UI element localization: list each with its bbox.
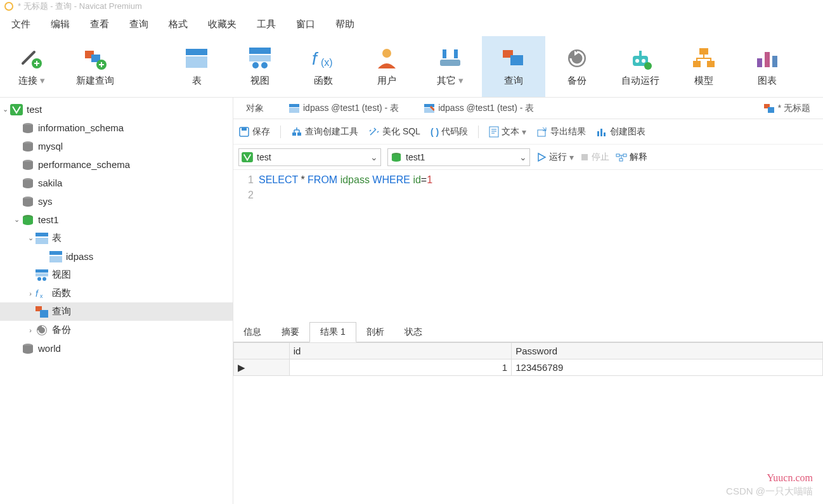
tool-view[interactable]: 视图 — [228, 36, 292, 97]
play-icon — [536, 152, 547, 162]
database-icon — [22, 159, 34, 171]
plug-icon — [19, 46, 44, 71]
export-button[interactable]: 导出结果 — [536, 126, 586, 138]
tree-functions-node[interactable]: ›fx函数 — [0, 284, 233, 302]
column-header[interactable]: id — [289, 343, 512, 359]
menu-help[interactable]: 帮助 — [327, 15, 363, 34]
beautify-icon — [368, 126, 380, 138]
chevron-down-icon: ▾ — [458, 75, 463, 86]
tool-user[interactable]: 用户 — [355, 36, 418, 97]
tab-table-1[interactable]: idpass @test1 (test) - 表 — [276, 98, 412, 119]
chart-icon — [756, 47, 779, 70]
svg-point-22 — [642, 59, 645, 63]
result-grid[interactable]: id Password ▶ 1 123456789 — [233, 342, 823, 376]
tab-status[interactable]: 状态 — [394, 323, 432, 342]
svg-rect-39 — [36, 238, 48, 244]
tool-chart[interactable]: 图表 — [736, 36, 799, 97]
tool-other[interactable]: 其它▾ — [418, 36, 482, 97]
create-chart-button[interactable]: 创建图表 — [596, 126, 645, 138]
menu-query[interactable]: 查询 — [120, 15, 157, 34]
tree-database[interactable]: information_schema — [0, 119, 233, 137]
tab-untitled[interactable]: * 无标题 — [751, 98, 823, 119]
tab-table-2[interactable]: idpass @test1 (test) - 表 — [412, 98, 547, 119]
watermark-csdn: CSDN @一只大喵喵 — [726, 486, 813, 498]
backup-icon — [566, 47, 588, 70]
tree-database[interactable]: sys — [0, 192, 233, 210]
tool-query[interactable]: 查询 — [482, 36, 545, 97]
tree-database[interactable]: mysql — [0, 137, 233, 155]
column-header[interactable]: Password — [512, 343, 823, 359]
text-button[interactable]: 文本▾ — [489, 126, 526, 138]
auto-icon — [628, 47, 653, 70]
menu-edit[interactable]: 编辑 — [42, 15, 79, 34]
svg-rect-70 — [616, 154, 619, 157]
tree-views-node[interactable]: 视图 — [0, 266, 233, 284]
sql-editor[interactable]: 12 SELECT * FROM idpass WHERE id=1 — [233, 170, 823, 322]
beautify-button[interactable]: 美化 SQL — [368, 126, 420, 138]
cell-id[interactable]: 1 — [289, 359, 512, 376]
menu-file[interactable]: 文件 — [3, 15, 39, 34]
menu-favorites[interactable]: 收藏夹 — [199, 15, 245, 34]
tree-database[interactable]: world — [0, 339, 233, 358]
expand-icon[interactable]: › — [25, 290, 36, 297]
tree-database-active[interactable]: ⌄test1 — [0, 210, 233, 229]
svg-rect-26 — [693, 61, 701, 67]
svg-rect-62 — [489, 127, 498, 137]
explain-button[interactable]: 解释 — [616, 152, 647, 163]
tab-summary[interactable]: 摘要 — [271, 323, 309, 342]
tool-model[interactable]: 模型 — [672, 36, 736, 97]
tool-new-query[interactable]: 新建查询 — [63, 36, 127, 97]
tree-connection[interactable]: ⌄test — [0, 100, 233, 119]
tool-auto[interactable]: 自动运行 — [609, 36, 672, 97]
collapse-icon[interactable]: ⌄ — [25, 234, 36, 242]
menu-tools[interactable]: 工具 — [248, 15, 285, 34]
tree-queries-node[interactable]: 查询 — [0, 302, 233, 321]
tab-objects[interactable]: 对象 — [233, 98, 276, 119]
tool-table[interactable]: 表 — [165, 36, 228, 97]
tab-result-1[interactable]: 结果 1 — [309, 322, 356, 342]
tree-tables-node[interactable]: ⌄表 — [0, 229, 233, 247]
menu-view[interactable]: 查看 — [81, 15, 118, 34]
app-icon — [4, 1, 14, 11]
sql-code[interactable]: SELECT * FROM idpass WHERE id=1 — [259, 172, 432, 322]
collapse-icon[interactable]: ⌄ — [0, 105, 10, 113]
menu-format[interactable]: 格式 — [160, 15, 197, 34]
query-builder-button[interactable]: 查询创建工具 — [291, 126, 358, 138]
svg-rect-25 — [699, 48, 708, 55]
tool-function[interactable]: f(x)函数 — [292, 36, 355, 97]
database-icon — [22, 178, 34, 189]
database-icon — [22, 141, 34, 152]
tab-info[interactable]: 信息 — [233, 323, 271, 342]
table-edit-icon — [424, 104, 434, 113]
menu-window[interactable]: 窗口 — [287, 15, 324, 34]
database-select[interactable]: test1⌄ — [387, 148, 530, 166]
svg-point-24 — [644, 62, 652, 70]
table-row[interactable]: ▶ 1 123456789 — [234, 359, 823, 376]
connection-select[interactable]: test⌄ — [238, 148, 381, 166]
tree-database[interactable]: performance_schema — [0, 155, 233, 174]
tree-database[interactable]: sakila — [0, 174, 233, 192]
svg-rect-8 — [249, 55, 271, 61]
expand-icon[interactable]: › — [25, 326, 36, 334]
window-title: * 无标题 - 查询 - Navicat Premium — [18, 1, 142, 12]
run-button[interactable]: 运行▾ — [536, 152, 574, 163]
tree-backups-node[interactable]: ›备份 — [0, 321, 233, 339]
save-button[interactable]: 保存 — [238, 126, 270, 138]
tree-table-item[interactable]: idpass — [0, 247, 233, 266]
cell-password[interactable]: 123456789 — [512, 359, 823, 376]
view-icon — [36, 269, 48, 281]
connection-icon — [10, 104, 23, 115]
connection-selector-row: test⌄ test1⌄ 运行▾ 停止 解释 — [233, 145, 823, 170]
svg-rect-52 — [289, 104, 299, 107]
database-icon — [22, 122, 34, 134]
snippet-button[interactable]: ( )代码段 — [431, 126, 468, 138]
tool-connect[interactable]: 连接▾ — [0, 36, 63, 97]
tool-backup[interactable]: 备份 — [545, 36, 609, 97]
other-icon — [437, 47, 463, 70]
database-icon — [22, 196, 34, 207]
tab-profile[interactable]: 剖析 — [356, 323, 394, 342]
svg-rect-43 — [36, 273, 48, 276]
table-header-row: id Password — [234, 343, 823, 359]
collapse-icon[interactable]: ⌄ — [11, 216, 22, 224]
fx-icon: f(x) — [311, 46, 336, 71]
